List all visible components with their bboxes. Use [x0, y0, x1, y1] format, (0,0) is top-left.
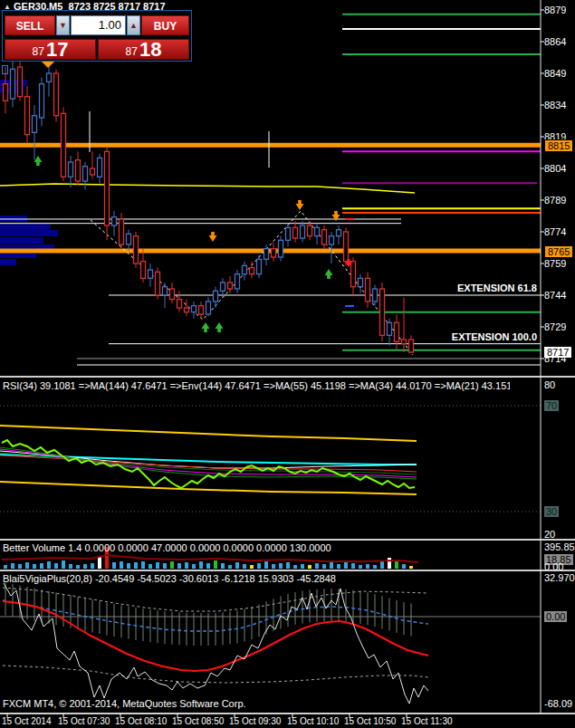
time-label: 15 Oct 09:30 [229, 716, 281, 726]
volume-bar [91, 563, 94, 569]
candle-body [373, 289, 378, 302]
volume-bar [120, 561, 123, 569]
volume-bar [250, 565, 254, 569]
candle-body [149, 270, 153, 278]
volume-bar [11, 563, 14, 569]
price-label: 8729 [544, 321, 566, 332]
candle-body [69, 162, 73, 177]
ask-price-major: 87 [126, 45, 138, 58]
price-label: 8864 [544, 36, 566, 47]
volume-input[interactable]: 1.00 [71, 15, 126, 35]
vigia-pane-label: Blai5VigiaPlus(20,8) -20.4549 -54.5023 -… [3, 573, 336, 584]
time-label: 15 Oct 11:30 [401, 716, 453, 726]
vigia-axis-label: -68.09 [544, 698, 572, 709]
candle-body [388, 322, 392, 335]
volume-bar [286, 562, 290, 569]
bid-price-major: 87 [33, 45, 44, 58]
candle-body [199, 306, 204, 314]
volume-bar [366, 564, 369, 569]
candle-body [25, 97, 30, 135]
price-label: 8744 [544, 290, 566, 301]
candle-body [402, 340, 407, 344]
rsi-pane-label: RSI(34) 39.1081 =>MA(144) 47.6471 =>Env(… [3, 380, 510, 391]
bid-price-minor: 17 [46, 40, 68, 60]
time-label: 15 Oct 10:50 [344, 716, 396, 726]
volume-bar [62, 560, 65, 569]
volume-bar [206, 563, 210, 569]
candle-body [170, 289, 175, 300]
yellow-ma-line [0, 184, 415, 193]
candle-body [264, 249, 269, 260]
candle-body [62, 113, 66, 177]
volume-bar [315, 563, 319, 569]
candle-body [243, 265, 247, 273]
volume-bar [170, 561, 174, 569]
candle-body [47, 73, 52, 81]
candle-body [409, 340, 414, 352]
volume-bar [134, 562, 138, 569]
copyright-label: FXCM MT4, © 2001-2014, MetaQuotes Softwa… [3, 698, 246, 709]
volume-bar [47, 561, 51, 569]
volume-bar [301, 564, 304, 569]
volume-bar [54, 563, 58, 569]
volume-bar [149, 564, 152, 569]
volume-bar [235, 562, 239, 569]
candle-body [293, 227, 298, 238]
chart-canvas[interactable]: EXTENSION 61.8EXTENSION 100.0 [0, 0, 575, 728]
volume-bar [25, 562, 29, 569]
volume-bar [76, 565, 80, 569]
volume-bar [330, 562, 333, 569]
extension-label: EXTENSION 61.8 [457, 283, 537, 293]
candle-body [105, 151, 110, 225]
time-label: 15 Oct 08:50 [172, 716, 224, 726]
candle-body [177, 300, 182, 308]
candle-body [33, 116, 37, 133]
volume-bar [337, 564, 340, 569]
mt4-chart-window: EXTENSION 61.8EXTENSION 100.0 ▲ GER30,M5… [0, 0, 575, 728]
price-label: 8759 [544, 258, 566, 269]
volume-axis-label: 395.85 [544, 541, 575, 552]
volume-bar [214, 560, 217, 569]
zigzag-line [91, 211, 413, 355]
extension-label: EXTENSION 100.0 [452, 331, 537, 342]
candle-body [272, 249, 276, 257]
bid-price-box[interactable]: 87 17 [5, 39, 96, 60]
vigia-axis-label: 32.9707 [544, 572, 575, 583]
price-label: 8849 [544, 68, 566, 79]
vigia-line-upper-band [3, 588, 428, 611]
candle-body [250, 268, 254, 274]
widget-dropdown-icon[interactable] [42, 62, 54, 68]
candle-body [206, 302, 211, 314]
candle-body [83, 167, 88, 181]
volume-bar [199, 561, 203, 569]
volume-bar [4, 565, 7, 569]
candle-body [380, 289, 385, 335]
rsi-line-ma144 [0, 451, 417, 468]
rsi-line-env-upper [0, 426, 417, 441]
time-label: 15 Oct 08:10 [115, 716, 167, 726]
candle-body [228, 283, 233, 289]
volume-bar [141, 561, 145, 569]
volume-bar [344, 561, 348, 569]
candle-body [351, 262, 356, 287]
candle-body [359, 278, 363, 286]
candle-body [192, 306, 196, 312]
volume-bar [177, 563, 181, 569]
volume-profile-bar [0, 259, 16, 265]
volume-bar [351, 563, 355, 569]
up-arrow-signal [325, 269, 333, 279]
ask-price-box[interactable]: 87 18 [98, 39, 189, 60]
rsi-axis-label: 30 [544, 506, 559, 517]
price-label: 8804 [544, 163, 566, 174]
one-click-mini-icon[interactable] [2, 65, 8, 74]
candle-body [286, 227, 291, 240]
buy-button[interactable]: BUY [141, 15, 189, 35]
sell-button[interactable]: SELL [5, 15, 55, 35]
price-badge: 8815 [544, 139, 573, 152]
ask-price-minor: 18 [139, 40, 161, 60]
volume-bar [373, 565, 377, 569]
volume-decrease-button[interactable]: ▼ [56, 15, 70, 35]
volume-increase-button[interactable]: ▲ [127, 15, 140, 35]
time-label: 15 Oct 10:10 [287, 716, 339, 726]
up-arrow-signal [34, 156, 43, 166]
